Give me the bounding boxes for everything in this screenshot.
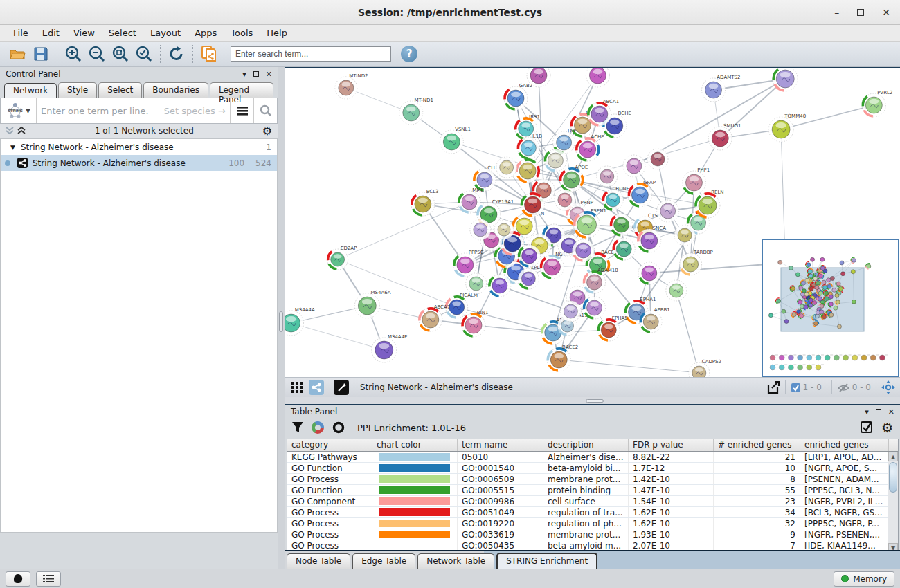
network-node-epha5[interactable]: EPHA5 (596, 315, 628, 342)
tab-boundaries[interactable]: Boundaries (143, 82, 208, 98)
network-node-mthfd1l[interactable] (852, 300, 856, 304)
split-grip[interactable] (279, 311, 283, 332)
search-input[interactable] (231, 46, 391, 62)
minimize-button[interactable]: – (834, 7, 839, 18)
filter-icon[interactable] (292, 422, 303, 433)
network-node[interactable] (470, 219, 491, 240)
network-node-mt-nd2[interactable]: MT-ND2 (335, 73, 368, 99)
table-row[interactable]: GO ProcessGO:0033619membrane prot...1.93… (287, 529, 898, 540)
network-node-smug1[interactable] (841, 272, 845, 276)
table-row[interactable]: GO FunctionGO:0001540beta-amyloid bi...1… (287, 463, 898, 474)
network-node[interactable] (805, 278, 809, 282)
panel-menu-icon[interactable]: ▾ (865, 407, 869, 416)
table-row[interactable]: KEGG Pathways05010Alzheimer's dise...8.8… (287, 452, 898, 463)
network-node[interactable] (586, 68, 609, 87)
network-node-cd2ap[interactable]: CD2AP (327, 246, 357, 270)
network-node[interactable] (597, 166, 618, 187)
birds-eye-view[interactable] (762, 239, 899, 377)
share-view-button[interactable] (309, 380, 324, 395)
menu-tools[interactable]: Tools (224, 26, 259, 40)
network-node[interactable] (830, 276, 834, 280)
open-session-button[interactable] (6, 44, 29, 64)
table-row[interactable]: GO ProcessGO:0006509membrane prot...1.42… (287, 474, 898, 485)
network-node-tomm40[interactable]: TOMM40 (768, 113, 806, 142)
network-node-pvrl2[interactable] (865, 263, 872, 269)
network-node-cadps2[interactable]: CADPS2 (689, 359, 721, 377)
network-node[interactable] (832, 288, 836, 292)
network-node-gab2[interactable] (805, 261, 811, 268)
network-node-smug1[interactable]: SMUG1 (708, 123, 741, 150)
table-row[interactable]: GO ComponentGO:0009986cell surface1.54E-… (287, 496, 898, 507)
column-header-chart-color[interactable]: chart color (372, 439, 458, 451)
network-node[interactable] (496, 157, 517, 178)
gear-icon[interactable]: ⚙ (262, 125, 272, 138)
maximize-button[interactable] (857, 9, 864, 16)
network-node[interactable] (851, 257, 857, 264)
column-header-FDR-p-value[interactable]: FDR p-value (629, 439, 714, 451)
network-node[interactable] (804, 292, 809, 296)
tab-network-table[interactable]: Network Table (417, 553, 494, 569)
table-row[interactable]: GO FunctionGO:0005515protein binding1.47… (287, 485, 898, 496)
enrichment-chart-icon[interactable] (312, 421, 324, 434)
network-node-adamts2[interactable]: ADAMTS2 (702, 75, 741, 102)
zoom-fit-button[interactable] (109, 44, 132, 64)
table-row[interactable]: GO ProcessGO:0051049regulation of tra...… (287, 507, 898, 518)
tab-edge-table[interactable]: Edge Table (352, 553, 415, 569)
save-session-button[interactable] (29, 44, 53, 64)
network-node-tardbp[interactable]: TARDBP (679, 250, 712, 275)
select-rows-icon[interactable] (861, 421, 873, 434)
tab-legend-panel[interactable]: Legend Panel (210, 82, 273, 98)
network-node-vsnl1[interactable] (795, 273, 800, 277)
panel-float-icon[interactable] (253, 71, 259, 77)
column-header-term-name[interactable]: term name (458, 439, 543, 451)
network-node[interactable] (834, 306, 838, 310)
panel-float-icon[interactable] (876, 409, 881, 414)
network-node-adamts2[interactable] (840, 261, 844, 265)
network-node-gfap[interactable]: GFAP (627, 180, 656, 209)
network-node-adam10[interactable]: ADAM10 (582, 268, 618, 295)
task-history-button[interactable] (36, 571, 61, 587)
network-node-gab2[interactable]: GAB2 (504, 83, 533, 110)
clone-network-button[interactable] (197, 44, 221, 64)
network-node[interactable] (800, 292, 804, 296)
network-node-phf1[interactable]: PHF1 (682, 167, 710, 194)
network-node-pvrl2[interactable]: PVRL2 (862, 90, 892, 117)
set-species-label[interactable]: Set species → (164, 106, 226, 116)
network-node-abca7[interactable]: ABCA7 (417, 304, 450, 333)
birdseye-toggle-button[interactable] (881, 380, 896, 395)
network-node[interactable] (466, 273, 487, 294)
zoom-out-button[interactable] (85, 44, 109, 64)
network-node[interactable] (657, 200, 679, 222)
network-node[interactable] (800, 304, 804, 309)
menu-view[interactable]: View (67, 26, 101, 40)
tree-expand-arrow[interactable]: ▼ (10, 144, 15, 151)
memory-button[interactable]: Memory (834, 571, 894, 587)
network-node-ache[interactable]: ACHE (573, 134, 604, 164)
network-node-tomm40[interactable] (851, 270, 855, 274)
collapse-expand-icons[interactable] (6, 126, 26, 136)
menu-select[interactable]: Select (102, 26, 143, 40)
network-node-ms4a4e[interactable] (784, 320, 789, 324)
split-grip-horizontal[interactable] (586, 399, 604, 403)
string-search-button[interactable] (253, 98, 277, 123)
network-node[interactable] (674, 225, 695, 246)
network-node-bcl3[interactable]: BCL3 (411, 189, 439, 216)
network-node[interactable] (666, 280, 687, 301)
menu-apps[interactable]: Apps (188, 26, 223, 40)
automation-panel-button[interactable] (6, 571, 30, 587)
refresh-button[interactable] (165, 44, 188, 64)
string-query-input[interactable]: Enter one term per line. Set species → (37, 106, 230, 116)
network-node[interactable] (815, 286, 819, 290)
column-header-description[interactable]: description (543, 439, 629, 451)
menu-edit[interactable]: Edit (36, 26, 66, 40)
network-node[interactable] (494, 220, 514, 239)
scroll-thumb[interactable] (889, 462, 897, 493)
string-options-button[interactable] (230, 98, 253, 123)
tab-string-enrichment[interactable]: STRING Enrichment (496, 553, 597, 569)
annotation-mode-button[interactable] (334, 380, 349, 395)
table-settings-gear-icon[interactable]: ⚙ (881, 420, 893, 435)
network-node-mt-nd2[interactable] (778, 260, 782, 264)
network-node-mt-nd1[interactable]: MT-ND1 (399, 98, 433, 125)
network-node-ms4a4a[interactable]: MS4A4A (285, 307, 315, 336)
network-tree-row[interactable]: String Network - Alzheimer's disease1005… (1, 155, 277, 171)
